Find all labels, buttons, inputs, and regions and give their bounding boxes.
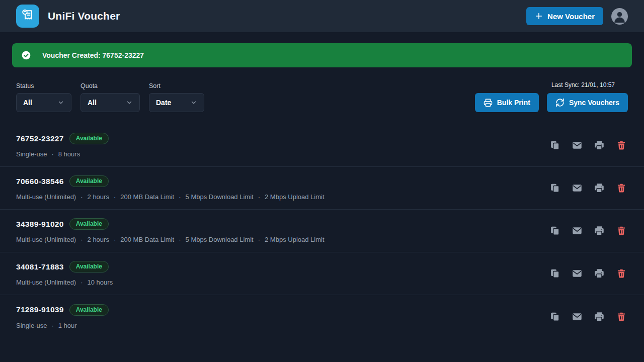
delete-button[interactable]	[616, 312, 626, 322]
trash-icon	[616, 140, 626, 150]
copy-button[interactable]	[550, 268, 560, 279]
voucher-details: Multi-use (Unlimited)·2 hours·200 MB Dat…	[16, 193, 550, 201]
voucher-code: 70660-38546	[16, 177, 64, 186]
delete-button[interactable]	[616, 268, 626, 279]
trash-icon	[616, 183, 626, 193]
copy-icon	[550, 226, 560, 236]
voucher-row: 34389-91020 Available Multi-use (Unlimit…	[0, 210, 644, 252]
sync-vouchers-label: Sync Vouchers	[569, 99, 619, 107]
filter-bar: Status All Quota All Sort Date Last Sync…	[16, 81, 628, 112]
voucher-details: Multi-use (Unlimited)·10 hours	[16, 279, 550, 286]
voucher-details: Single-use·1 hour	[16, 322, 550, 329]
voucher-details: Single-use·8 hours	[16, 150, 550, 158]
copy-button[interactable]	[550, 312, 560, 322]
chevron-down-icon	[57, 99, 64, 106]
voucher-info: 76752-23227 Available Single-use·8 hours	[16, 133, 550, 158]
voucher-receipt-icon	[20, 8, 35, 25]
email-button[interactable]	[572, 183, 582, 193]
quota-filter-select[interactable]: All	[80, 93, 140, 112]
mail-icon	[572, 226, 582, 236]
voucher-actions	[550, 183, 626, 193]
email-button[interactable]	[572, 140, 582, 150]
print-button[interactable]	[594, 183, 604, 193]
check-circle-icon	[21, 50, 31, 60]
email-button[interactable]	[572, 268, 582, 279]
bulk-print-button[interactable]: Bulk Print	[475, 93, 539, 112]
printer-icon	[484, 98, 493, 107]
success-banner: Voucher Created: 76752-23227	[12, 43, 632, 67]
voucher-code: 71289-91039	[16, 305, 64, 314]
status-badge: Available	[69, 175, 109, 187]
sync-vouchers-button[interactable]: Sync Vouchers	[547, 93, 628, 112]
printer-icon	[594, 140, 604, 150]
status-filter-select[interactable]: All	[16, 93, 71, 112]
print-button[interactable]	[594, 312, 604, 322]
status-badge: Available	[69, 261, 109, 273]
voucher-row: 70660-38546 Available Multi-use (Unlimit…	[0, 167, 644, 210]
copy-button[interactable]	[550, 226, 560, 236]
print-button[interactable]	[594, 226, 604, 236]
voucher-list: 76752-23227 Available Single-use·8 hours	[0, 124, 644, 338]
voucher-info: 70660-38546 Available Multi-use (Unlimit…	[16, 175, 550, 201]
refresh-icon	[555, 98, 565, 107]
sort-filter-group: Sort Date	[149, 82, 204, 112]
quota-filter-value: All	[88, 99, 97, 107]
printer-icon	[594, 226, 604, 236]
voucher-code: 76752-23227	[16, 134, 64, 143]
new-voucher-label: New Voucher	[547, 12, 595, 21]
print-button[interactable]	[594, 140, 604, 150]
mail-icon	[572, 312, 582, 322]
email-button[interactable]	[572, 312, 582, 322]
voucher-row: 71289-91039 Available Single-use·1 hour	[0, 295, 644, 338]
copy-icon	[550, 312, 560, 322]
status-badge: Available	[69, 133, 109, 144]
voucher-actions	[550, 226, 626, 236]
copy-icon	[550, 268, 560, 279]
trash-icon	[616, 268, 626, 279]
banner-message: Voucher Created: 76752-23227	[42, 51, 144, 59]
print-button[interactable]	[594, 268, 604, 279]
status-filter-value: All	[23, 99, 32, 107]
voucher-code: 34389-91020	[16, 220, 64, 229]
status-filter-group: Status All	[16, 82, 71, 112]
sort-filter-label: Sort	[149, 82, 204, 89]
printer-icon	[594, 268, 604, 279]
user-avatar[interactable]	[611, 8, 628, 25]
quota-filter-label: Quota	[80, 82, 140, 89]
voucher-info: 71289-91039 Available Single-use·1 hour	[16, 304, 550, 329]
mail-icon	[572, 268, 582, 279]
page-title: UniFi Voucher	[48, 10, 120, 22]
person-icon	[611, 8, 628, 25]
printer-icon	[594, 183, 604, 193]
copy-icon	[550, 140, 560, 150]
voucher-actions	[550, 140, 626, 150]
chevron-down-icon	[190, 99, 197, 106]
printer-icon	[594, 312, 604, 322]
status-badge: Available	[69, 218, 109, 230]
chevron-down-icon	[126, 99, 133, 106]
status-badge: Available	[69, 304, 109, 316]
delete-button[interactable]	[616, 226, 626, 236]
voucher-code: 34081-71883	[16, 262, 64, 272]
status-filter-label: Status	[16, 82, 71, 89]
mail-icon	[572, 140, 582, 150]
plus-icon	[535, 12, 543, 20]
copy-icon	[550, 183, 560, 193]
voucher-row: 76752-23227 Available Single-use·8 hours	[0, 124, 644, 167]
copy-button[interactable]	[550, 140, 560, 150]
copy-button[interactable]	[550, 183, 560, 193]
voucher-info: 34389-91020 Available Multi-use (Unlimit…	[16, 218, 550, 243]
quota-filter-group: Quota All	[80, 82, 140, 112]
voucher-info: 34081-71883 Available Multi-use (Unlimit…	[16, 261, 550, 286]
delete-button[interactable]	[616, 140, 626, 150]
voucher-actions	[550, 312, 626, 322]
delete-button[interactable]	[616, 183, 626, 193]
mail-icon	[572, 183, 582, 193]
trash-icon	[616, 226, 626, 236]
sort-filter-select[interactable]: Date	[149, 93, 204, 112]
app-logo	[16, 5, 39, 28]
voucher-actions	[550, 268, 626, 279]
email-button[interactable]	[572, 226, 582, 236]
new-voucher-button[interactable]: New Voucher	[526, 7, 603, 25]
voucher-row: 34081-71883 Available Multi-use (Unlimit…	[0, 252, 644, 295]
